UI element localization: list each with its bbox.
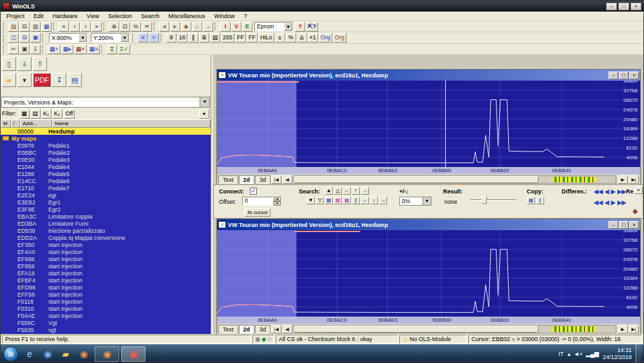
filter-list-icon[interactable]: ▤ [30, 109, 41, 119]
factor-icon[interactable]: ×1 [308, 33, 318, 43]
zoom-percent-icon[interactable]: % [131, 22, 141, 32]
filter-off-button[interactable]: Off [64, 109, 75, 119]
filter-k1-icon[interactable]: K₁ [41, 109, 52, 119]
import-file-icon[interactable]: ⇓ [17, 57, 32, 71]
toolbar-grip[interactable] [42, 45, 45, 53]
columns-icon[interactable]: ∥ [188, 33, 198, 43]
map-row[interactable]: EFD98 start injection [1, 284, 211, 291]
diff-prev2-icon[interactable]: ◀ [605, 199, 609, 206]
map-row[interactable]: EF350 start injection [1, 241, 211, 248]
search-map-blue-icon[interactable]: ▦ [325, 197, 333, 204]
minimize-button[interactable]: – [606, 3, 617, 10]
column-m[interactable]: M [1, 119, 11, 128]
result-slider[interactable] [470, 195, 516, 204]
offset-input[interactable]: 0 [242, 197, 273, 206]
search-next-diff-icon[interactable]: ▽ [316, 197, 324, 204]
projects-versions-maps-combo[interactable]: Projects, Versions & Maps: ▼ [1, 97, 210, 108]
map-row[interactable]: E3F9E Egr2 [1, 206, 211, 213]
child-close-button[interactable]: × [629, 72, 639, 79]
map-row[interactable]: E0978 Pedale1 [1, 142, 211, 149]
horizontal-scrollbar[interactable] [294, 325, 616, 333]
media-player-icon[interactable]: ◉ [75, 346, 92, 362]
import-vag-icon[interactable]: V [231, 22, 242, 32]
new-map-icon[interactable]: ▦+ [48, 44, 61, 54]
map-row[interactable]: E2E24 egr [1, 191, 211, 199]
search-next-map-icon[interactable]: ▼ [307, 197, 315, 204]
chevron-down-icon[interactable]: ▼ [284, 23, 292, 31]
value-255-icon[interactable]: 255 [221, 33, 234, 43]
close-button[interactable]: × [630, 3, 641, 10]
child-minimize-button[interactable]: – [609, 72, 618, 79]
eprom-combo[interactable]: Eprom▼ [254, 22, 293, 32]
open-project-icon[interactable]: ▰ [2, 73, 16, 87]
scroll-first-button[interactable]: |◀ [271, 325, 281, 333]
scroll-prev-button[interactable]: ◀ [282, 325, 292, 333]
bookmark-icon[interactable]: ◆ [181, 22, 191, 32]
back-icon[interactable]: ◄ [159, 22, 169, 32]
open-project-dropdown[interactable]: ▾ [17, 73, 32, 87]
tab-text[interactable]: Text [218, 325, 238, 333]
diff-first2-icon[interactable]: ◀◀ [594, 199, 603, 206]
menu-item[interactable]: Miscellaneous [164, 12, 209, 20]
paste-icon[interactable]: ⇩ [30, 44, 41, 54]
scroll-last-button[interactable]: ▶| [629, 175, 639, 184]
hexdump-2d-plot[interactable]: 3686432768286722457620480163841228881924… [217, 81, 640, 167]
width-16-icon[interactable]: 16 [177, 33, 187, 43]
toolbar-grip[interactable] [153, 23, 156, 30]
menu-item[interactable]: Project [2, 12, 29, 20]
menu-item[interactable]: View [82, 12, 104, 20]
map-row[interactable]: E0BBC Pedale2 [1, 149, 211, 156]
delete-map-icon[interactable]: ▦× [74, 44, 87, 54]
copy-icon[interactable]: ▣ [19, 44, 30, 54]
compare-icon[interactable]: ≍ [142, 22, 152, 32]
print-icon[interactable]: ⊟ [19, 22, 30, 32]
menu-item[interactable]: Selection [104, 12, 137, 20]
tab-text[interactable]: Text [218, 175, 238, 184]
diff-first-icon[interactable]: ◀◀ [594, 188, 603, 195]
my-maps-folder-row[interactable]: My maps [1, 135, 211, 142]
filter-k2-icon[interactable]: K₂ [52, 109, 62, 119]
menu-item[interactable]: Hardware [48, 12, 82, 20]
search-right-icon[interactable]: → [361, 187, 369, 195]
chevron-down-icon[interactable]: ▼ [422, 197, 431, 205]
byte-order-icon[interactable]: ▤ [210, 33, 220, 43]
first-version-icon[interactable]: « [59, 22, 69, 32]
width-8-icon[interactable]: 8 [166, 33, 176, 43]
child-title-bar[interactable]: ≈ VW Touran mio (Importierted Version), … [217, 70, 640, 81]
forward-icon[interactable]: ► [170, 22, 180, 32]
context-help-icon[interactable]: ⇱? [306, 22, 318, 32]
checksum-icon[interactable]: Σ✓ [118, 44, 130, 54]
split-vertical-icon[interactable]: ⊟ [19, 33, 30, 43]
tab-2d[interactable]: 2d [239, 175, 255, 184]
print-preview-icon[interactable]: ▥ [30, 22, 41, 32]
view-text-icon[interactable]: ≡ [138, 33, 148, 43]
goto-icon[interactable]: → [203, 22, 213, 32]
cut-icon[interactable]: ✂ [8, 44, 19, 54]
map-row[interactable]: EBA3C Limitatore coppia [1, 213, 211, 220]
print-project-icon[interactable]: ↧ [52, 73, 66, 87]
pdf-export-icon[interactable]: PDF [33, 73, 51, 87]
browser-icon[interactable]: ◉ [39, 346, 56, 362]
language-indicator[interactable]: IT [558, 351, 564, 357]
home-icon[interactable]: ⌂ [192, 22, 202, 32]
search-prev-diff-icon[interactable]: △ [334, 187, 342, 195]
menu-item[interactable]: ? [240, 12, 252, 20]
toolbar-grip[interactable] [3, 45, 6, 53]
x-zoom-combo[interactable]: X:800%▼ [49, 33, 88, 43]
spinner-down-icon[interactable]: ▼ [274, 201, 281, 206]
window-layout-icon[interactable]: ▦ [41, 22, 52, 32]
export-file-icon[interactable]: ⇑ [33, 57, 47, 71]
toolbar-grip[interactable] [53, 23, 56, 30]
child-restore-button[interactable]: □ [619, 221, 629, 229]
panel-close-button[interactable]: × [634, 186, 643, 194]
explorer-icon[interactable]: ▰ [57, 346, 74, 362]
filter-dropdown-button[interactable]: ▼ [199, 109, 209, 119]
slider-thumb[interactable] [482, 196, 487, 204]
chevron-down-icon[interactable]: ▼ [200, 97, 209, 107]
copy-pair-icon[interactable]: ∥ [536, 197, 544, 204]
spinner-up-icon[interactable]: ▲ [274, 197, 281, 201]
search-pair-icon[interactable]: ∥ [352, 197, 360, 204]
search-map-pink-icon[interactable]: ▦ [334, 197, 342, 204]
map-row[interactable]: EDD2A Coppia Iq Mappa conversione [1, 234, 211, 241]
eprom-type-icon[interactable]: E [242, 22, 252, 32]
